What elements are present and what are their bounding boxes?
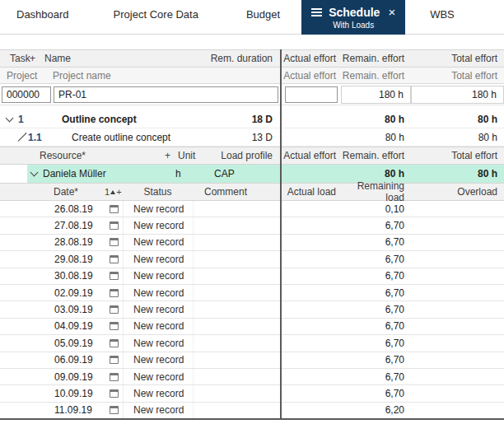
load-status: New record (124, 201, 194, 217)
load-comment-cell[interactable] (194, 403, 281, 418)
tab-schedule[interactable]: Schedule × With Loads (301, 0, 405, 35)
date-picker-icon[interactable] (105, 201, 124, 217)
task-number: 1 (18, 114, 62, 125)
load-comment-cell[interactable] (194, 301, 281, 317)
column-remain-effort: Remain. effort (341, 70, 411, 82)
column-comment: Comment (193, 186, 281, 198)
remaining-load-value: 6,70 (341, 270, 411, 282)
load-row[interactable]: 09.09.19 New record 6,70 (0, 369, 504, 385)
load-comment-cell[interactable] (194, 235, 281, 250)
date-picker-icon[interactable] (105, 251, 124, 267)
date-picker-icon[interactable] (105, 403, 124, 418)
date-picker-icon[interactable] (105, 385, 124, 401)
load-date: 11.09.19 (54, 404, 105, 416)
menu-icon[interactable] (311, 8, 322, 16)
load-row[interactable]: 02.09.19 New record 6,70 (0, 285, 504, 301)
tab-project-core-data[interactable]: Project Core Data (114, 0, 198, 21)
load-date: 02.09.19 (54, 287, 105, 299)
sort-control[interactable]: 1 + (105, 187, 123, 197)
load-comment-cell[interactable] (194, 268, 281, 284)
sort-order-number: 1 (105, 187, 110, 197)
load-row[interactable]: 30.08.19 New record 6,70 (0, 268, 504, 285)
remaining-load-value: 6,70 (341, 287, 411, 299)
project-id-input[interactable] (2, 86, 51, 103)
load-date: 26.08.19 (54, 203, 105, 215)
date-picker-icon[interactable] (105, 369, 124, 384)
add-date-button[interactable]: + (116, 187, 121, 197)
collapse-task-icon[interactable] (7, 118, 18, 121)
table-bottom-border (0, 418, 504, 420)
remaining-load-value: 6,70 (341, 220, 411, 231)
load-status: New record (124, 251, 194, 267)
load-status: New record (124, 217, 194, 233)
load-status: New record (124, 268, 194, 284)
column-unit: Unit (178, 150, 214, 161)
task-total-effort: 80 h (411, 114, 504, 125)
project-actual-effort-input[interactable] (285, 86, 338, 103)
resource-indent (0, 165, 27, 183)
load-status: New record (124, 385, 194, 401)
date-picker-icon[interactable] (105, 319, 124, 334)
column-actual-effort: Actual effort (281, 70, 341, 82)
remaining-load-value: 6,70 (341, 338, 411, 349)
load-comment-cell[interactable] (194, 251, 281, 267)
date-picker-icon[interactable] (105, 235, 124, 250)
load-row[interactable]: 06.09.19 New record 6,70 (0, 352, 504, 369)
column-status: Status (123, 186, 193, 198)
schedule-table: Task + Name Rem. duration Actual effort … (0, 49, 504, 419)
task-row[interactable]: 1 Outline concept 18 D 80 h 80 h (0, 110, 504, 128)
load-date: 09.09.19 (54, 371, 105, 383)
load-row[interactable]: 05.09.19 New record 6,70 (0, 335, 504, 352)
column-total-effort: Total effort (411, 53, 504, 64)
date-picker-icon[interactable] (105, 301, 124, 317)
date-picker-icon[interactable] (105, 268, 124, 284)
load-comment-cell[interactable] (194, 385, 281, 401)
load-row[interactable]: 04.09.19 New record 6,70 (0, 319, 504, 335)
tab-wbs[interactable]: WBS (430, 0, 455, 21)
load-comment-cell[interactable] (194, 217, 281, 233)
add-task-button[interactable]: + (30, 53, 44, 64)
load-date: 30.08.19 (54, 270, 105, 282)
collapse-resource-icon[interactable] (31, 172, 41, 175)
load-comment-cell[interactable] (194, 201, 281, 217)
tab-schedule-sublabel: With Loads (333, 21, 374, 30)
load-comment-cell[interactable] (194, 285, 281, 301)
load-status: New record (124, 352, 194, 368)
load-comment-cell[interactable] (194, 369, 281, 384)
remaining-load-value: 0,10 (341, 203, 411, 215)
date-picker-icon[interactable] (105, 352, 124, 368)
tab-budget[interactable]: Budget (246, 0, 280, 21)
close-tab-icon[interactable]: × (388, 7, 395, 17)
remaining-load-value: 6,70 (341, 388, 411, 399)
task-row[interactable]: 1.1 Create outline concept 13 D 80 h 80 … (0, 128, 504, 147)
tab-dashboard[interactable]: Dashboard (16, 0, 69, 21)
load-status: New record (124, 403, 194, 418)
load-row[interactable]: 03.09.19 New record 6,70 (0, 301, 504, 318)
date-picker-icon[interactable] (105, 217, 124, 233)
load-row[interactable]: 11.09.19 New record 6,20 (0, 403, 504, 419)
load-row[interactable]: 10.09.19 New record 6,70 (0, 385, 504, 402)
load-row[interactable]: 29.08.19 New record 6,70 (0, 251, 504, 268)
resource-row[interactable]: Daniela Müller h CAP 80 h 80 h (0, 165, 504, 183)
load-comment-cell[interactable] (194, 319, 281, 334)
column-total-effort: Total effort (411, 70, 504, 82)
project-name-input[interactable] (54, 86, 278, 103)
task-remain-effort: 80 h (341, 114, 411, 125)
column-remaining-load: Remaining load (341, 180, 411, 203)
load-status: New record (124, 285, 194, 301)
resource-total-effort: 80 h (411, 168, 504, 179)
load-row[interactable]: 26.08.19 New record 0,10 (0, 201, 504, 217)
tab-bar: Dashboard Project Core Data Budget Sched… (0, 0, 504, 35)
load-row[interactable]: 27.08.19 New record 6,70 (0, 217, 504, 234)
date-picker-icon[interactable] (105, 285, 124, 301)
add-resource-button[interactable]: + (165, 150, 178, 161)
expand-task-icon[interactable] (16, 137, 28, 137)
remaining-load-value: 6,70 (341, 354, 411, 366)
load-row[interactable]: 28.08.19 New record 6,70 (0, 235, 504, 251)
column-project-name: Project name (53, 70, 281, 82)
date-picker-icon[interactable] (105, 335, 124, 351)
load-comment-cell[interactable] (194, 335, 281, 351)
project-row: 180 h 180 h (0, 84, 504, 105)
load-comment-cell[interactable] (194, 352, 281, 368)
load-status: New record (124, 319, 194, 334)
